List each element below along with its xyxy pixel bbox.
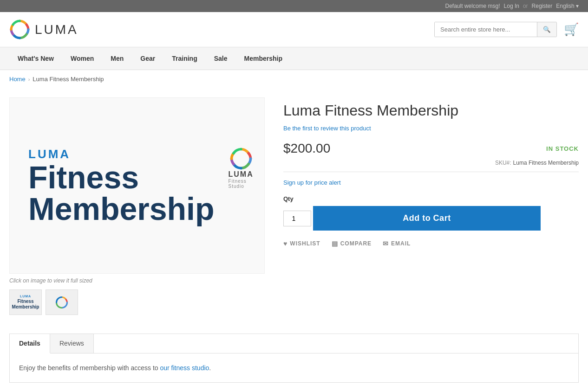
search-icon: 🔍	[543, 26, 551, 33]
product-detail: Luma Fitness Membership Be the first to …	[283, 97, 579, 315]
nav-item-women[interactable]: Women	[62, 47, 102, 70]
sku-row: SKU#: Luma Fitness Membership	[283, 160, 579, 166]
email-icon: ✉	[383, 240, 389, 247]
compare-link[interactable]: ▤ COMPARE	[332, 240, 372, 247]
heart-icon: ♥	[283, 240, 287, 247]
search-bar[interactable]: 🔍	[434, 22, 557, 37]
nav-item-gear[interactable]: Gear	[132, 47, 163, 70]
product-image-section: LUMA Fitness Membership LU	[9, 97, 265, 315]
language-selector[interactable]: English ▾	[556, 3, 579, 9]
top-bar: Default welcome msg! Log In or Register …	[0, 0, 588, 12]
price-alert-link[interactable]: Sign up for price alert	[283, 179, 579, 186]
sku-value: Luma Fitness Membership	[513, 160, 579, 166]
nav-item-sale[interactable]: Sale	[206, 47, 236, 70]
product-title-image: LUMA Fitness Membership	[28, 147, 215, 225]
wishlist-link[interactable]: ♥ WISHLIST	[283, 240, 320, 247]
main-content: LUMA Fitness Membership LU	[0, 88, 588, 324]
search-button[interactable]: 🔍	[537, 22, 556, 37]
tab-details[interactable]: Details	[10, 334, 50, 353]
studio-luma-text: LUMA	[229, 170, 254, 179]
tab-details-content: Enjoy the benefits of membership with ac…	[10, 353, 578, 382]
logo-area[interactable]: LUMA	[9, 19, 78, 40]
breadcrumb-chevron: ›	[28, 77, 30, 82]
or-separator: or	[523, 3, 528, 9]
action-links: ♥ WISHLIST ▤ COMPARE ✉ EMAIL	[283, 240, 579, 247]
studio-subtitle-text: Fitness Studio	[229, 179, 254, 189]
nav-item-men[interactable]: Men	[102, 47, 132, 70]
welcome-message: Default welcome msg!	[445, 3, 500, 9]
breadcrumb-home[interactable]: Home	[9, 76, 26, 83]
thumbnail-row: LUMA Fitness Membership	[9, 289, 265, 315]
qty-input[interactable]	[283, 211, 311, 226]
thumb-logo-icon	[55, 296, 68, 309]
breadcrumb: Home › Luma Fitness Membership	[0, 70, 588, 88]
price-row: $200.00 IN STOCK	[283, 141, 579, 156]
studio-logo-icon	[229, 147, 253, 170]
product-price: $200.00	[283, 141, 330, 156]
email-link[interactable]: ✉ EMAIL	[383, 240, 411, 247]
header-right: 🔍 🛒	[434, 22, 579, 37]
nav-item-whats-new[interactable]: What's New	[9, 47, 62, 70]
cart-icon[interactable]: 🛒	[564, 22, 579, 37]
stock-status: IN STOCK	[546, 145, 579, 152]
details-text: Enjoy the benefits of membership with ac…	[19, 364, 158, 372]
price-divider	[283, 172, 579, 172]
search-input[interactable]	[435, 22, 537, 37]
compare-icon: ▤	[332, 240, 338, 247]
luma-studio-logo: LUMA Fitness Studio	[229, 147, 254, 189]
email-label: EMAIL	[391, 240, 411, 247]
main-nav: What's New Women Men Gear Training Sale …	[0, 47, 588, 70]
register-link[interactable]: Register	[532, 3, 553, 9]
add-to-cart-button[interactable]: Add to Cart	[313, 206, 541, 231]
logo-text: LUMA	[35, 22, 78, 37]
nav-item-training[interactable]: Training	[163, 47, 205, 70]
details-link[interactable]: our fitness studio	[160, 364, 209, 372]
thumbnail-2[interactable]	[46, 289, 78, 315]
thumbnail-1[interactable]: LUMA Fitness Membership	[9, 289, 42, 315]
qty-label: Qty	[283, 195, 579, 202]
login-link[interactable]: Log In	[504, 3, 519, 9]
tab-reviews[interactable]: Reviews	[50, 334, 94, 353]
nav-item-membership[interactable]: Membership	[236, 47, 291, 70]
click-hint: Click on image to view it full sized	[9, 277, 265, 284]
breadcrumb-current: Luma Fitness Membership	[33, 76, 104, 83]
wishlist-label: WISHLIST	[290, 240, 320, 247]
product-image-fitness: Fitness	[28, 161, 215, 193]
tabs-section: Details Reviews Enjoy the benefits of me…	[9, 334, 579, 383]
product-image-luma: LUMA	[28, 147, 215, 161]
header: LUMA 🔍 🛒	[0, 12, 588, 47]
compare-label: COMPARE	[340, 240, 372, 247]
luma-logo-icon	[9, 19, 30, 40]
product-image-membership: Membership	[28, 193, 215, 225]
review-link[interactable]: Be the first to review this product	[283, 125, 579, 132]
sku-label: SKU#:	[495, 160, 511, 166]
tabs-header: Details Reviews	[10, 334, 578, 353]
product-name: Luma Fitness Membership	[283, 102, 579, 119]
main-product-image[interactable]: LUMA Fitness Membership LU	[9, 97, 265, 274]
details-end: .	[209, 364, 211, 372]
